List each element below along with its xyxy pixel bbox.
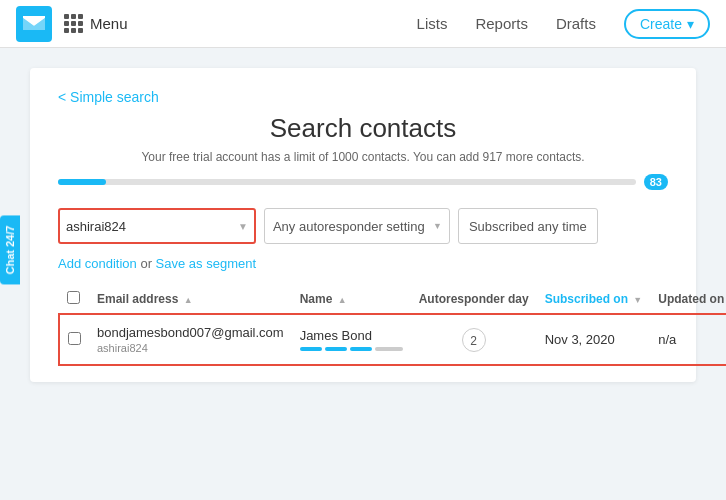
progress-fill bbox=[58, 179, 106, 185]
subscribed-filter: Subscribed any time bbox=[458, 208, 598, 244]
name-sort-icon: ▲ bbox=[338, 295, 347, 305]
filter-row: ▼ Any autoresponder setting Subscribed a… bbox=[58, 208, 668, 244]
row-updated-cell: n/a bbox=[650, 314, 726, 365]
row-list: ashirai824 bbox=[97, 342, 284, 354]
col-email[interactable]: Email address ▲ bbox=[89, 285, 292, 314]
name-bars bbox=[300, 347, 403, 351]
row-subscribed-date: Nov 3, 2020 bbox=[545, 332, 615, 347]
save-segment-link[interactable]: Save as segment bbox=[156, 256, 256, 271]
create-button[interactable]: Create ▾ bbox=[624, 9, 710, 39]
table-header: Email address ▲ Name ▲ Autoresponder day… bbox=[59, 285, 726, 314]
progress-container: 83 bbox=[58, 174, 668, 190]
list-filter-arrow: ▼ bbox=[238, 221, 248, 232]
chevron-down-icon: ▾ bbox=[687, 16, 694, 32]
name-bar-2 bbox=[325, 347, 347, 351]
name-bar-3 bbox=[350, 347, 372, 351]
main-content: < Simple search Search contacts Your fre… bbox=[30, 68, 696, 382]
row-day-badge: 2 bbox=[462, 328, 486, 352]
page-title: Search contacts bbox=[58, 113, 668, 144]
row-email-cell: bondjamesbond007@gmail.com ashirai824 bbox=[89, 314, 292, 365]
nav-lists[interactable]: Lists bbox=[417, 15, 448, 32]
nav-links: Lists Reports Drafts Create ▾ bbox=[417, 9, 710, 39]
condition-row: Add condition or Save as segment bbox=[58, 256, 668, 271]
autoresponder-filter[interactable]: Any autoresponder setting bbox=[264, 208, 450, 244]
logo bbox=[16, 6, 52, 42]
nav-drafts[interactable]: Drafts bbox=[556, 15, 596, 32]
col-name[interactable]: Name ▲ bbox=[292, 285, 411, 314]
row-checkbox-cell bbox=[59, 314, 89, 365]
table-body: bondjamesbond007@gmail.com ashirai824 Ja… bbox=[59, 314, 726, 365]
row-updated-date: n/a bbox=[658, 332, 676, 347]
row-autoresponder-cell: 2 bbox=[411, 314, 537, 365]
trial-notice: Your free trial account has a limit of 1… bbox=[58, 150, 668, 164]
autoresponder-filter-wrap: Any autoresponder setting bbox=[264, 208, 450, 244]
select-all-checkbox[interactable] bbox=[67, 291, 80, 304]
name-bar-4 bbox=[375, 347, 403, 351]
col-subscribed[interactable]: Subscribed on ▼ bbox=[537, 285, 651, 314]
row-checkbox[interactable] bbox=[68, 332, 81, 345]
subscribed-sort-icon: ▼ bbox=[633, 295, 642, 305]
row-subscribed-cell: Nov 3, 2020 bbox=[537, 314, 651, 365]
table-row[interactable]: bondjamesbond007@gmail.com ashirai824 Ja… bbox=[59, 314, 726, 365]
add-condition-link[interactable]: Add condition bbox=[58, 256, 137, 271]
col-autoresponder[interactable]: Autoresponder day bbox=[411, 285, 537, 314]
grid-icon bbox=[64, 14, 84, 34]
list-filter-input-wrap: ▼ bbox=[58, 208, 256, 244]
chat-widget[interactable]: Chat 24/7 bbox=[0, 216, 20, 285]
menu-label: Menu bbox=[90, 15, 128, 32]
list-filter-input[interactable] bbox=[66, 219, 234, 234]
contacts-table: Email address ▲ Name ▲ Autoresponder day… bbox=[58, 285, 726, 366]
or-text: or bbox=[140, 256, 152, 271]
top-navigation: Menu Lists Reports Drafts Create ▾ bbox=[0, 0, 726, 48]
email-sort-icon: ▲ bbox=[184, 295, 193, 305]
progress-badge: 83 bbox=[644, 174, 668, 190]
nav-reports[interactable]: Reports bbox=[475, 15, 528, 32]
col-checkbox bbox=[59, 285, 89, 314]
row-email: bondjamesbond007@gmail.com bbox=[97, 325, 284, 340]
name-bar-1 bbox=[300, 347, 322, 351]
row-name-cell: James Bond bbox=[292, 314, 411, 365]
simple-search-link[interactable]: < Simple search bbox=[58, 89, 159, 105]
progress-track bbox=[58, 179, 636, 185]
col-updated[interactable]: Updated on ▼ bbox=[650, 285, 726, 314]
row-name: James Bond bbox=[300, 328, 403, 343]
